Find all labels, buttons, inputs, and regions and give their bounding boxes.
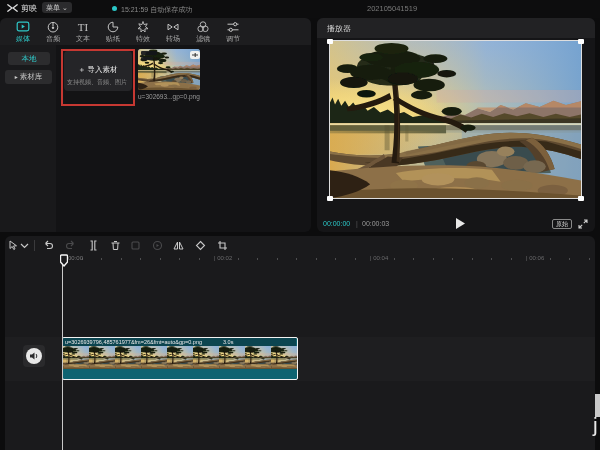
svg-text:TI: TI: [78, 21, 89, 33]
